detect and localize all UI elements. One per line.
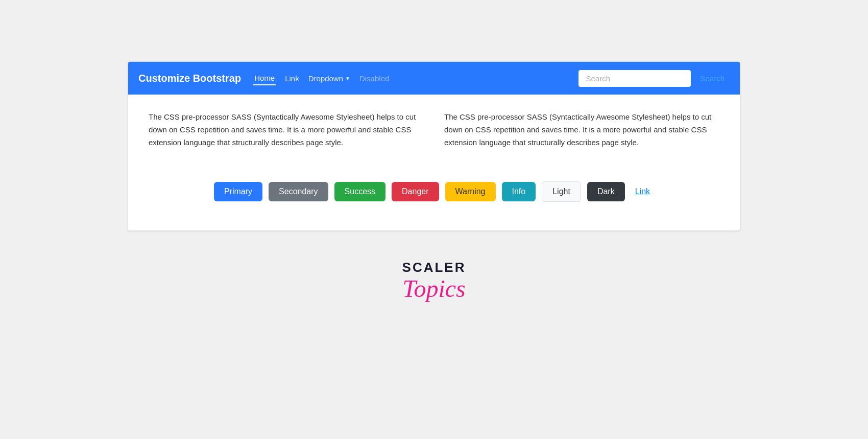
footer-logo: SCALER Topics	[402, 260, 466, 303]
btn-warning[interactable]: Warning	[445, 182, 496, 201]
nav-link-link[interactable]: Link	[284, 72, 300, 85]
navbar-brand: Customize Bootstrap	[138, 73, 241, 84]
btn-success[interactable]: Success	[334, 182, 385, 201]
btn-primary[interactable]: Primary	[214, 182, 262, 201]
nav-link-disabled: Disabled	[358, 72, 390, 85]
btn-danger[interactable]: Danger	[392, 182, 439, 201]
page-wrapper: Customize Bootstrap Home Link Dropdown ▼…	[0, 0, 868, 333]
nav-links: Home Link Dropdown ▼ Disabled	[253, 72, 578, 85]
nav-dropdown[interactable]: Dropdown ▼	[308, 74, 350, 83]
navbar-search: Search	[578, 70, 730, 87]
text-columns: The CSS pre-processor SASS (Syntacticall…	[149, 111, 719, 149]
logo-scaler-text: SCALER	[402, 260, 466, 275]
nav-dropdown-label: Dropdown	[308, 74, 343, 83]
btn-link[interactable]: Link	[631, 182, 654, 201]
logo-topics-text: Topics	[402, 275, 466, 303]
main-card: Customize Bootstrap Home Link Dropdown ▼…	[128, 61, 740, 231]
paragraph-right: The CSS pre-processor SASS (Syntacticall…	[444, 111, 719, 149]
btn-info[interactable]: Info	[502, 182, 536, 201]
btn-secondary[interactable]: Secondary	[269, 182, 328, 201]
buttons-row: Primary Secondary Success Danger Warning…	[149, 173, 719, 214]
search-button[interactable]: Search	[695, 70, 730, 87]
paragraph-left: The CSS pre-processor SASS (Syntacticall…	[149, 111, 424, 149]
btn-dark[interactable]: Dark	[587, 182, 625, 201]
text-col-left: The CSS pre-processor SASS (Syntacticall…	[149, 111, 424, 149]
search-input[interactable]	[578, 70, 691, 87]
navbar: Customize Bootstrap Home Link Dropdown ▼…	[128, 62, 740, 95]
content-area: The CSS pre-processor SASS (Syntacticall…	[128, 95, 740, 230]
nav-link-home[interactable]: Home	[253, 72, 276, 85]
btn-light[interactable]: Light	[542, 181, 581, 202]
chevron-down-icon: ▼	[345, 76, 350, 81]
text-col-right: The CSS pre-processor SASS (Syntacticall…	[444, 111, 719, 149]
